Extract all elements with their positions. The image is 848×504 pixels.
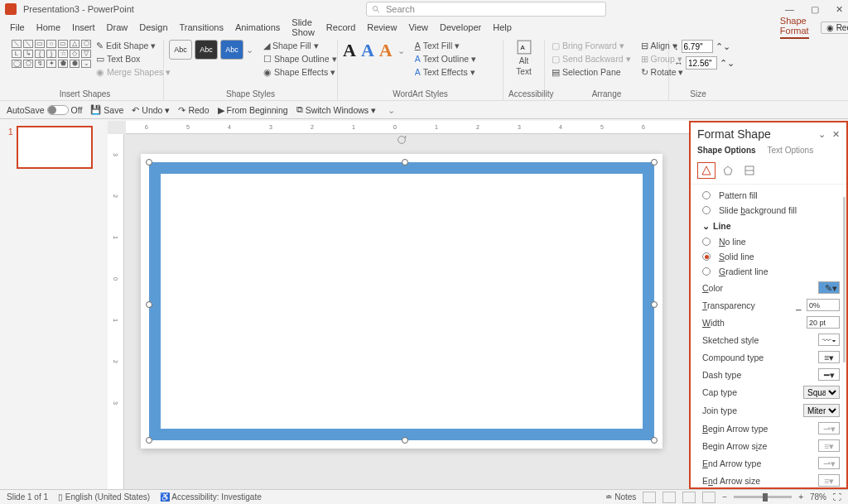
tab-home[interactable]: Home — [36, 22, 60, 32]
tab-animations[interactable]: Animations — [235, 22, 280, 32]
svg-text:A: A — [520, 44, 525, 51]
shape-width-input[interactable]: ↔⌃⌄ — [674, 56, 735, 70]
accessibility-status[interactable]: ♿ Accessibility: Investigate — [160, 492, 262, 502]
resize-handle-ne[interactable] — [651, 159, 658, 166]
from-beginning-button[interactable]: ▶ From Beginning — [218, 105, 288, 115]
sketched-style-picker[interactable]: 〰▾ — [818, 334, 840, 346]
line-section-toggle[interactable]: ⌄ Line — [702, 218, 840, 234]
record-button[interactable]: ◉ Record — [821, 22, 848, 34]
cap-type-select[interactable]: Square — [803, 386, 840, 399]
undo-button[interactable]: ↶ Undo ▾ — [132, 105, 170, 115]
selection-pane-button[interactable]: ▤ Selection Pane — [550, 66, 633, 78]
slideshow-view-button[interactable] — [702, 492, 716, 503]
transparency-input[interactable]: 0% — [807, 299, 840, 311]
tab-shape-options[interactable]: Shape Options — [697, 146, 756, 157]
style-preset-3[interactable]: Abc — [220, 40, 243, 60]
save-button[interactable]: 💾 Save — [90, 104, 123, 115]
search-icon — [372, 5, 381, 14]
tab-record[interactable]: Record — [326, 22, 355, 32]
tab-slideshow[interactable]: Slide Show — [292, 17, 315, 37]
pane-dropdown-icon[interactable]: ⌄ — [818, 129, 826, 139]
join-type-select[interactable]: Miter — [803, 404, 840, 417]
resize-handle-s[interactable] — [402, 437, 408, 444]
resize-handle-e[interactable] — [651, 301, 658, 308]
zoom-out-button[interactable]: − — [722, 492, 727, 502]
radio-pattern-fill[interactable] — [702, 191, 711, 199]
line-color-picker[interactable]: ✎▾ — [818, 281, 840, 294]
search-placeholder: Search — [386, 4, 415, 14]
rotate-handle-icon[interactable] — [396, 134, 407, 146]
slide-thumbnails[interactable]: 1 — [0, 121, 108, 489]
tab-shape-format[interactable]: Shape Format — [780, 16, 809, 39]
maximize-button[interactable]: ▢ — [811, 4, 819, 15]
pane-close-button[interactable]: ✕ — [832, 129, 840, 139]
effects-icon[interactable] — [719, 162, 737, 179]
search-input[interactable]: Search — [366, 2, 606, 17]
text-outline-button[interactable]: A Text Outline ▾ — [413, 53, 478, 65]
zoom-in-button[interactable]: + — [798, 492, 803, 502]
radio-solid-跑line[interactable] — [702, 252, 711, 261]
radio-slide-bg-fill[interactable] — [702, 206, 711, 214]
resize-handle-nw[interactable] — [146, 159, 152, 166]
thumb-number: 1 — [8, 127, 13, 137]
tab-review[interactable]: Review — [367, 22, 397, 32]
slide-thumb-1[interactable]: 1 — [17, 126, 93, 169]
shape-gallery[interactable]: ＼＼▭○▭△⬡ L↳{}☆◇▽ ◯⬠↯✦⬟⬢⌄ — [12, 40, 91, 68]
shape-height-input[interactable]: ↕⌃⌄ — [674, 40, 730, 53]
language-status[interactable]: ▯ English (United States) — [58, 492, 150, 502]
tab-file[interactable]: File — [10, 22, 25, 32]
tab-help[interactable]: Help — [493, 22, 512, 32]
normal-view-button[interactable] — [643, 492, 656, 503]
resize-handle-w[interactable] — [146, 301, 152, 308]
tab-view[interactable]: View — [408, 22, 428, 32]
group-size: Size — [674, 88, 722, 100]
wordart-preset-2[interactable]: A — [361, 40, 374, 61]
resize-handle-n[interactable] — [402, 159, 408, 166]
text-fill-button[interactable]: A Text Fill ▾ — [413, 40, 478, 51]
ruler-vertical: 3210123 — [108, 134, 124, 489]
tab-text-options[interactable]: Text Options — [768, 146, 814, 157]
size-props-icon[interactable] — [740, 162, 759, 179]
redo-button[interactable]: ↷ Redo — [178, 105, 209, 115]
tab-insert[interactable]: Insert — [72, 22, 95, 32]
slide-editor[interactable]: 6543210123456 3210123 — [108, 121, 689, 489]
shape-fill-button[interactable]: ◢ Shape Fill ▾ — [262, 40, 339, 51]
zoom-level[interactable]: 78% — [810, 492, 826, 502]
switch-windows-button[interactable]: ⧉ Switch Windows ▾ — [296, 104, 376, 115]
text-box-button[interactable]: ▭ Text Box — [94, 53, 172, 65]
slide-canvas[interactable] — [141, 154, 662, 449]
style-preset-1[interactable]: Abc — [169, 40, 192, 60]
shape-outline-button[interactable]: ☐ Shape Outline ▾ — [262, 53, 339, 65]
minimize-button[interactable]: — — [785, 4, 794, 15]
sorter-view-button[interactable] — [662, 492, 676, 503]
slide-counter[interactable]: Slide 1 of 1 — [7, 492, 48, 502]
line-width-input[interactable]: 20 pt — [807, 316, 840, 329]
fill-line-icon[interactable] — [697, 162, 716, 179]
fit-to-window-button[interactable]: ⛶ — [833, 492, 841, 502]
notes-button[interactable]: ≐ Notes — [605, 492, 636, 502]
resize-handle-se[interactable] — [651, 437, 658, 444]
radio-no-line[interactable] — [702, 238, 711, 246]
app-icon — [5, 3, 17, 15]
alt-text-button[interactable]: A Alt Text — [512, 40, 537, 76]
compound-type-picker[interactable]: ≡▾ — [818, 351, 840, 363]
wordart-preset-1[interactable]: A — [343, 40, 356, 61]
wordart-preset-3[interactable]: A — [379, 40, 393, 61]
pane-scrollbar[interactable] — [843, 197, 846, 362]
style-preset-2[interactable]: Abc — [195, 40, 218, 60]
text-effects-button[interactable]: A Text Effects ▾ — [413, 66, 478, 78]
edit-shape-button[interactable]: ✎ Edit Shape ▾ — [94, 40, 172, 51]
merge-shapes-button: ◉ Merge Shapes ▾ — [94, 66, 172, 78]
autosave-toggle[interactable]: AutoSave Off — [7, 105, 82, 115]
tab-developer[interactable]: Developer — [440, 22, 481, 32]
tab-design[interactable]: Design — [139, 22, 167, 32]
reading-view-button[interactable] — [682, 492, 696, 503]
resize-handle-sw[interactable] — [146, 437, 152, 444]
tab-transitions[interactable]: Transitions — [180, 22, 224, 32]
zoom-slider[interactable] — [734, 496, 792, 498]
selected-rectangle-shape[interactable] — [149, 162, 654, 440]
tab-draw[interactable]: Draw — [107, 22, 128, 32]
shape-effects-button[interactable]: ◉ Shape Effects ▾ — [262, 66, 339, 78]
dash-type-picker[interactable]: ━▾ — [818, 368, 840, 381]
radio-gradient-line[interactable] — [702, 267, 711, 276]
